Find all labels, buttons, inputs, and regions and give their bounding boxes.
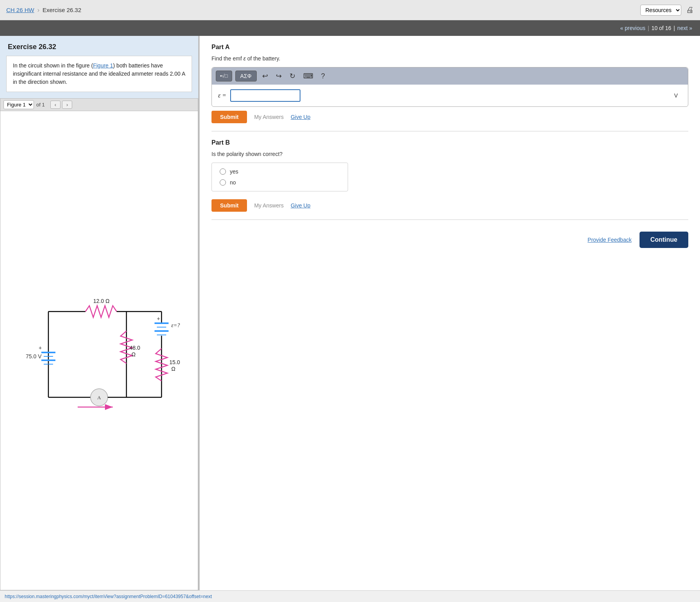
part-a-my-answers[interactable]: My Answers — [254, 114, 283, 120]
figure-header: Figure 1 of 1 ‹ › — [0, 98, 198, 111]
bottom-action-row: Provide Feedback Continue — [211, 232, 688, 248]
left-panel: Exercise 26.32 In the circuit shown in t… — [0, 36, 199, 590]
svg-text:Ω: Ω — [171, 366, 175, 372]
status-url: https://session.masteringphysics.com/myc… — [5, 594, 212, 599]
status-bar: https://session.masteringphysics.com/myc… — [0, 590, 700, 602]
undo-btn[interactable]: ↩ — [260, 71, 270, 81]
eq-toolbar: ▪√□ ΑΣΦ ↩ ↪ ↻ ⌨ ? — [212, 67, 688, 85]
math-template-btn[interactable]: ▪√□ — [216, 71, 232, 81]
main-layout: Exercise 26.32 In the circuit shown in t… — [0, 36, 700, 590]
breadcrumb-ch26[interactable]: CH 26 HW — [6, 7, 34, 13]
breadcrumb-arrow: › — [37, 7, 39, 14]
radio-yes-label: yes — [230, 168, 238, 175]
figure-of-count: of 1 — [36, 102, 45, 108]
problem-description: In the circuit shown in the figure (Figu… — [6, 56, 192, 92]
radio-yes-input[interactable] — [220, 168, 226, 175]
part-a-submit-row: Submit My Answers Give Up — [211, 111, 688, 123]
part-b-give-up[interactable]: Give Up — [291, 202, 311, 209]
emf-unit: V — [674, 92, 678, 99]
figure-label-select[interactable]: Figure 1 — [4, 100, 34, 109]
figure-container: Figure 1 of 1 ‹ › A — [0, 98, 198, 590]
part-a-section: Part A Find the emf ε of the battery. ▪√… — [211, 44, 688, 131]
redo-btn[interactable]: ↪ — [274, 71, 284, 81]
svg-text:Ω: Ω — [131, 351, 135, 358]
help-btn[interactable]: ? — [319, 71, 327, 81]
part-b-instruction: Is the polarity shown correct? — [211, 151, 688, 157]
circuit-diagram: A 12.0 Ω — [17, 280, 181, 421]
resources-select[interactable]: Resources — [640, 5, 681, 16]
svg-text:48.0: 48.0 — [130, 345, 140, 351]
desc-text1: In the circuit shown in the figure ( — [13, 62, 93, 69]
refresh-btn[interactable]: ↻ — [287, 71, 298, 81]
top-nav: CH 26 HW › Exercise 26.32 Resources 🖨 — [0, 0, 700, 20]
print-icon[interactable]: 🖨 — [686, 5, 694, 14]
provide-feedback-link[interactable]: Provide Feedback — [588, 237, 632, 243]
part-a-submit-btn[interactable]: Submit — [211, 111, 247, 123]
pagination-divider2: | — [673, 25, 675, 31]
figure-link[interactable]: Figure 1 — [93, 62, 113, 69]
part-b-my-answers[interactable]: My Answers — [254, 202, 283, 209]
eq-input-row: ε = V — [212, 85, 688, 106]
radio-no[interactable]: no — [220, 179, 340, 186]
svg-text:+: + — [157, 315, 160, 322]
breadcrumb-exercise: Exercise 26.32 — [43, 7, 81, 13]
radio-box: yes no — [211, 163, 348, 191]
part-a-title: Part A — [211, 44, 688, 51]
continue-btn[interactable]: Continue — [640, 232, 688, 248]
svg-text:15.0: 15.0 — [169, 359, 180, 365]
part-b-submit-row: Submit My Answers Give Up — [211, 199, 688, 212]
part-a-instruction: Find the emf ε of the battery. — [211, 55, 688, 62]
greek-symbol-btn[interactable]: ΑΣΦ — [235, 71, 257, 81]
right-panel: Part A Find the emf ε of the battery. ▪√… — [200, 36, 700, 590]
part-b-section: Part B Is the polarity shown correct? ye… — [211, 139, 688, 220]
equation-editor: ▪√□ ΑΣΦ ↩ ↪ ↻ ⌨ ? ε = V — [211, 67, 688, 107]
prev-link[interactable]: « previous — [620, 25, 645, 31]
part-b-submit-btn[interactable]: Submit — [211, 199, 247, 212]
keyboard-btn[interactable]: ⌨ — [301, 71, 316, 81]
figure-next-btn[interactable]: › — [62, 101, 72, 109]
emf-label: ε = — [218, 92, 226, 99]
pagination-bar: « previous | 10 of 16 | next » — [0, 20, 700, 36]
figure-nav: ‹ › — [50, 101, 73, 109]
page-count: 10 of 16 — [652, 25, 672, 31]
radio-no-input[interactable] — [220, 179, 226, 186]
svg-text:75.0 V: 75.0 V — [26, 353, 42, 359]
figure-image-area: A 12.0 Ω — [0, 111, 198, 590]
pagination-divider: | — [648, 25, 649, 31]
figure-prev-btn[interactable]: ‹ — [50, 101, 60, 109]
radio-yes[interactable]: yes — [220, 168, 340, 175]
exercise-title: Exercise 26.32 — [0, 36, 198, 56]
svg-text:ε=?: ε=? — [171, 322, 180, 328]
part-b-title: Part B — [211, 139, 688, 146]
radio-no-label: no — [230, 179, 236, 186]
nav-right: Resources 🖨 — [640, 5, 694, 16]
svg-text:+: + — [39, 345, 42, 351]
svg-text:12.0 Ω: 12.0 Ω — [93, 298, 110, 304]
part-a-give-up[interactable]: Give Up — [291, 114, 311, 120]
svg-text:A: A — [97, 395, 101, 400]
emf-input[interactable] — [230, 89, 300, 102]
next-link[interactable]: next » — [677, 25, 692, 31]
